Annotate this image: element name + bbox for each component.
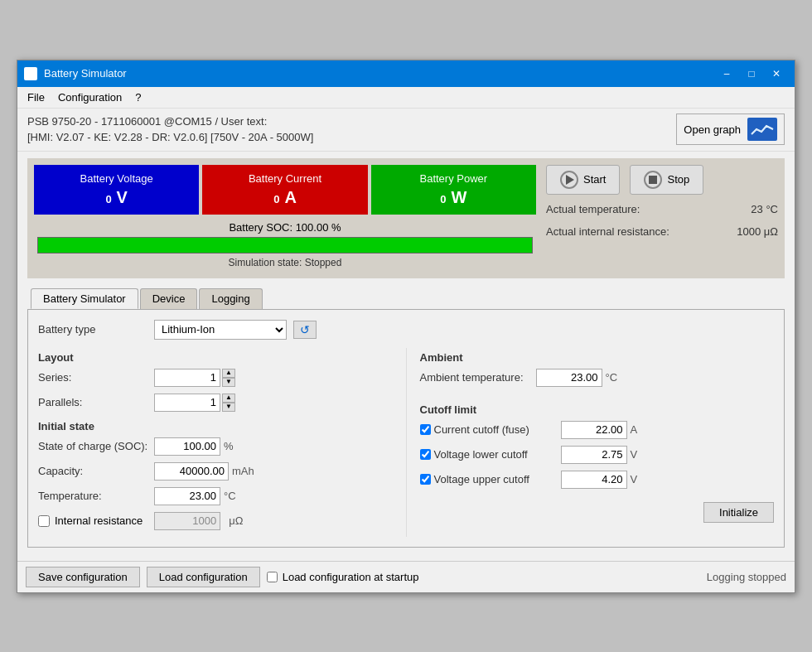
layout-title: Layout [38,351,393,364]
main-window: Battery Simulator – □ ✕ File Configurati… [17,60,795,593]
parallels-input[interactable]: 1 [154,394,220,412]
current-cutoff-input[interactable]: 22.00 [561,421,627,439]
initial-state-title: Initial state [38,420,393,432]
internal-resistance-checkbox[interactable] [38,515,50,527]
voltage-lower-row: Voltage lower cutoff 2.75 V [420,446,775,464]
current-cutoff-checkbox[interactable] [420,424,431,435]
ambient-temp-row: Ambient temperature: 23.00 °C [420,369,775,387]
series-row: Series: 1 ▲ ▼ [38,369,393,387]
internal-resistance-input[interactable]: 1000 [154,512,220,530]
temperature-input[interactable]: 23.00 [154,487,220,505]
cutoff-title: Cutoff limit [420,403,775,416]
temp-label: Actual temperature: [546,203,640,215]
soc-input[interactable]: 100.00 [154,437,220,456]
load-at-startup-checkbox[interactable] [267,572,278,582]
soc-unit: % [224,440,244,452]
menu-file[interactable]: File [21,89,51,106]
startup-checkbox-wrap: Load configuration at startup [267,571,419,583]
save-configuration-button[interactable]: Save configuration [26,567,140,587]
ambient-temp-unit: °C [606,371,626,384]
tabs-container: Battery Simulator Device Logging Battery… [27,285,785,548]
graph-icon [747,118,777,141]
minimize-button[interactable]: – [715,64,738,84]
voltage-number: 0 [105,193,111,205]
close-button[interactable]: ✕ [765,64,788,84]
metric-row: Battery Voltage 0 V Battery Current 0 A [34,165,536,215]
parallels-row: Parallels: 1 ▲ ▼ [38,394,393,412]
menu-help[interactable]: ? [128,89,147,106]
menu-bar: File Configuration ? [17,87,795,109]
info-line2: [HMI: V2.07 - KE: V2.28 - DR: V2.0.6] [7… [27,129,313,146]
soc-section: Battery SOC: 100.00 % Simulation state: … [34,218,536,272]
stop-square-icon [649,176,657,184]
soc-bar-fill [38,238,532,253]
power-value-display: 0 W [440,188,466,207]
resistance-row: Actual internal resistance: 1000 μΩ [546,224,778,239]
temperature-field-row: Temperature: 23.00 °C [38,487,393,505]
voltage-upper-unit: V [631,473,650,485]
tab-logging[interactable]: Logging [199,288,262,309]
soc-label: Battery SOC: 100.00 % [37,221,533,234]
info-bar: PSB 9750-20 - 1711060001 @COM15 / User t… [17,109,795,152]
sim-state-label: Simulation state: Stopped [37,257,533,268]
soc-field-label: State of charge (SOC): [38,440,154,452]
series-label: Series: [38,371,154,384]
start-stop-row: Start Stop [546,165,778,195]
initialize-button[interactable]: Initialize [703,502,774,523]
play-icon [560,171,578,189]
current-cutoff-row: Current cutoff (fuse) 22.00 A [420,421,775,439]
status-panel: Battery Voltage 0 V Battery Current 0 A [27,158,785,278]
series-spinner-buttons: ▲ ▼ [222,369,235,387]
parallels-up-button[interactable]: ▲ [222,394,235,403]
current-label: Battery Current [249,172,321,185]
power-label: Battery Power [419,172,487,185]
metrics-area: Battery Voltage 0 V Battery Current 0 A [34,165,536,272]
start-button[interactable]: Start [546,165,620,195]
stop-button[interactable]: Stop [630,165,703,195]
voltage-lower-input[interactable]: 2.75 [561,446,627,464]
maximize-button[interactable]: □ [740,64,763,84]
load-configuration-button[interactable]: Load configuration [147,567,260,587]
ambient-temp-input[interactable]: 23.00 [536,369,602,387]
title-bar: Battery Simulator – □ ✕ [17,60,795,87]
power-number: 0 [440,193,446,205]
internal-resistance-label: Internal resistance [55,514,143,527]
voltage-upper-input[interactable]: 4.20 [561,471,627,489]
series-down-button[interactable]: ▼ [222,378,235,387]
series-up-button[interactable]: ▲ [222,369,235,378]
battery-type-select[interactable]: Lithium-Ion Lead-Acid NiMH Custom [154,320,287,340]
power-box: Battery Power 0 W [371,165,536,215]
open-graph-label: Open graph [684,123,741,136]
soc-row: State of charge (SOC): 100.00 % [38,437,393,456]
tab-battery-simulator[interactable]: Battery Simulator [31,288,138,309]
voltage-box: Battery Voltage 0 V [34,165,199,215]
temperature-row: Actual temperature: 23 °C [546,201,778,217]
parallels-down-button[interactable]: ▼ [222,403,235,412]
open-graph-button[interactable]: Open graph [676,113,785,145]
tab-device[interactable]: Device [140,288,198,309]
menu-configuration[interactable]: Configuration [51,89,128,106]
voltage-upper-label: Voltage upper cutoff [434,473,529,485]
voltage-lower-checkbox[interactable] [420,449,431,460]
current-cutoff-label: Current cutoff (fuse) [434,423,529,436]
bottom-bar: Save configuration Load configuration Lo… [17,561,795,592]
voltage-unit: V [117,188,128,207]
current-cutoff-label-wrap: Current cutoff (fuse) [420,423,561,436]
voltage-value-display: 0 V [105,188,128,207]
current-number: 0 [273,193,279,205]
battery-type-reset-button[interactable]: ↺ [293,321,317,339]
voltage-lower-label-wrap: Voltage lower cutoff [420,448,561,461]
current-box: Battery Current 0 A [202,165,367,215]
init-row: Initialize [420,495,775,523]
resistance-label: Actual internal resistance: [546,225,669,238]
parallels-spinner-buttons: ▲ ▼ [222,394,235,412]
voltage-upper-checkbox[interactable] [420,474,431,485]
play-triangle-icon [566,175,574,185]
temperature-field-unit: °C [224,490,244,502]
capacity-input[interactable]: 40000.00 [154,462,229,481]
temp-value: 23 °C [751,203,778,215]
controls-right: Start Stop Actual temperature: 23 °C [546,165,778,272]
series-input[interactable]: 1 [154,369,220,387]
app-icon [24,67,37,80]
internal-resistance-row: Internal resistance 1000 μΩ [38,512,393,530]
